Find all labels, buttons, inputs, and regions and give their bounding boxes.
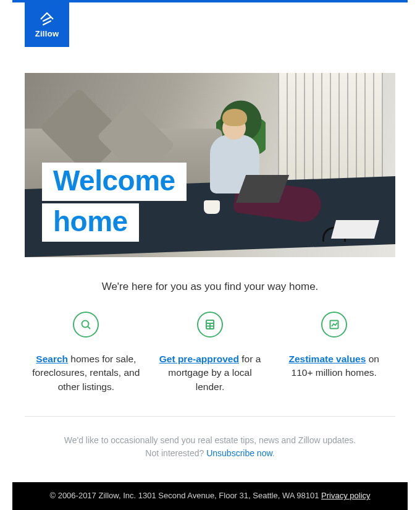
- hero-mug: [204, 200, 220, 214]
- svg-line-1: [88, 326, 90, 329]
- brand-name: Zillow: [35, 29, 59, 38]
- feature-preapproved: Get pre-approved for a mortgage by a loc…: [151, 312, 269, 394]
- headline-line2: home: [42, 203, 139, 242]
- footer: © 2006-2017 Zillow, Inc. 1301 Second Ave…: [12, 482, 408, 510]
- calculator-icon: [197, 312, 223, 338]
- feature-text: Search homes for sale, foreclosures, ren…: [32, 352, 140, 394]
- hero-person: [210, 116, 321, 240]
- feature-link-zestimate[interactable]: Zestimate values: [288, 354, 366, 364]
- brand-logo-block[interactable]: Zillow: [25, 2, 69, 47]
- hero-book: [331, 220, 379, 239]
- hero-headline: Welcome home: [42, 163, 187, 244]
- unsubscribe-link[interactable]: Unsubscribe now: [206, 448, 272, 458]
- feature-link-search[interactable]: Search: [36, 354, 68, 364]
- feature-row: Search homes for sale, foreclosures, ren…: [25, 312, 395, 394]
- svg-point-0: [82, 321, 89, 328]
- zillow-logo-icon: [38, 12, 56, 27]
- headline-line1: Welcome: [42, 163, 187, 201]
- feature-search: Search homes for sale, foreclosures, ren…: [27, 312, 145, 394]
- subheading: We're here for you as you find your way …: [25, 281, 395, 293]
- feature-text: Zestimate values on 110+ million homes.: [280, 352, 388, 380]
- chart-icon: [321, 312, 347, 338]
- feature-link-preapproved[interactable]: Get pre-approved: [159, 354, 239, 364]
- divider: [25, 416, 395, 417]
- search-icon: [73, 312, 99, 338]
- preference-text: We'd like to occasionally send you real …: [25, 434, 395, 482]
- hero-image: Welcome home: [25, 73, 395, 257]
- footer-copyright: © 2006-2017 Zillow, Inc. 1301 Second Ave…: [49, 491, 321, 500]
- feature-text: Get pre-approved for a mortgage by a loc…: [156, 352, 264, 394]
- feature-zestimate: Zestimate values on 110+ million homes.: [275, 312, 393, 394]
- privacy-policy-link[interactable]: Privacy policy: [321, 491, 370, 500]
